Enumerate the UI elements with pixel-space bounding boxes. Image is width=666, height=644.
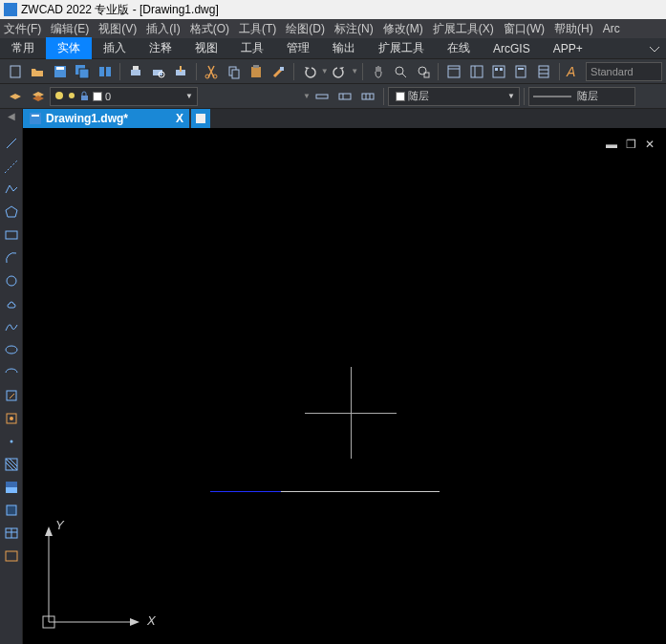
circle-tool-icon[interactable] [2, 271, 21, 290]
menu-modify[interactable]: 修改(M) [383, 21, 423, 37]
tab-view[interactable]: 视图 [183, 37, 229, 59]
print-icon[interactable] [126, 62, 144, 81]
print-preview-icon[interactable] [149, 62, 167, 81]
tab-output[interactable]: 输出 [321, 37, 367, 59]
selected-line-entity [210, 491, 285, 492]
crosshair-vertical [351, 367, 352, 459]
document-tab[interactable]: Drawing1.dwg* X [23, 109, 189, 128]
tab-extension[interactable]: 扩展工具 [367, 37, 436, 59]
line-sample-icon [533, 95, 571, 98]
textstyle-combo[interactable]: Standard [586, 62, 662, 81]
rectangle-tool-icon[interactable] [2, 225, 21, 245]
menu-window[interactable]: 窗口(W) [504, 21, 545, 37]
make-block-icon[interactable] [2, 409, 21, 428]
insert-block-icon[interactable] [2, 386, 21, 405]
saveall-icon[interactable] [73, 62, 91, 81]
arc-tool-icon[interactable] [2, 248, 21, 268]
menu-edit[interactable]: 编辑(E) [51, 21, 89, 37]
close-tab-icon[interactable]: X [176, 112, 183, 125]
collapse-ribbon-icon[interactable] [645, 39, 664, 58]
new-file-icon[interactable] [6, 62, 24, 81]
polygon-tool-icon[interactable] [2, 203, 21, 222]
xline-tool-icon[interactable] [2, 157, 21, 176]
tab-annotate[interactable]: 注释 [138, 37, 183, 59]
new-doc-tab-icon[interactable] [191, 109, 210, 128]
redo-icon[interactable] [331, 62, 349, 81]
tab-scroll-left[interactable]: ◀ [0, 109, 23, 128]
hatch-tool-icon[interactable] [2, 455, 21, 474]
menu-dimension[interactable]: 标注(N) [334, 21, 374, 37]
app-logo-icon [4, 3, 17, 16]
svg-rect-9 [153, 70, 162, 75]
tab-arcgis[interactable]: ArcGIS [482, 39, 542, 58]
tab-manage[interactable]: 管理 [275, 37, 321, 59]
menu-file[interactable]: 文件(F) [4, 21, 41, 37]
tool-palette-icon[interactable] [489, 62, 507, 81]
tab-entity[interactable]: 实体 [46, 37, 92, 59]
svg-rect-53 [7, 391, 16, 400]
ucs-y-label: Y [55, 518, 64, 532]
spline-tool-icon[interactable] [2, 317, 21, 336]
svg-point-36 [69, 93, 75, 98]
menu-insert[interactable]: 插入(I) [146, 21, 180, 37]
svg-rect-7 [131, 70, 140, 75]
match-prop-icon[interactable] [269, 62, 288, 81]
menu-tools[interactable]: 工具(T) [239, 21, 276, 37]
close-view-icon[interactable]: ✕ [643, 138, 656, 149]
layer-combo[interactable]: 0 ▼ [50, 87, 198, 106]
layer-props-icon[interactable] [6, 87, 25, 106]
layer-iso-icon[interactable] [312, 87, 332, 106]
layer-walk-icon[interactable] [358, 87, 377, 106]
zoom-window-icon[interactable] [414, 62, 432, 81]
tab-common[interactable]: 常用 [0, 37, 46, 59]
tab-tools[interactable]: 工具 [229, 37, 275, 59]
polyline-tool-icon[interactable] [2, 180, 21, 199]
menu-format[interactable]: 格式(O) [190, 21, 229, 37]
undo-icon[interactable] [300, 62, 318, 81]
restore-view-icon[interactable]: ❐ [624, 138, 637, 149]
ellipse-arc-tool-icon[interactable] [2, 363, 21, 382]
save-icon[interactable] [51, 62, 69, 81]
wipeout-tool-icon[interactable] [2, 547, 21, 566]
revcloud-tool-icon[interactable] [2, 294, 21, 313]
linetype-combo[interactable]: 随层 [528, 87, 635, 106]
textstyle-icon[interactable]: A [566, 62, 584, 81]
menu-extension[interactable]: 扩展工具(X) [433, 21, 494, 37]
drawing-canvas[interactable]: ▬ ❐ ✕ X Y [23, 128, 666, 644]
minimize-view-icon[interactable]: ▬ [605, 138, 618, 149]
calculator-icon[interactable] [512, 62, 530, 81]
menu-view[interactable]: 视图(V) [98, 21, 137, 37]
svg-rect-39 [339, 94, 351, 99]
color-combo[interactable]: 随层 ▼ [388, 87, 520, 106]
compare-icon[interactable] [96, 62, 114, 81]
open-file-icon[interactable] [28, 62, 46, 81]
cut-icon[interactable] [203, 62, 221, 81]
svg-rect-62 [6, 482, 17, 487]
menu-bar: 文件(F) 编辑(E) 视图(V) 插入(I) 格式(O) 工具(T) 绘图(D… [0, 19, 666, 38]
region-tool-icon[interactable] [2, 501, 21, 520]
tab-online[interactable]: 在线 [436, 37, 482, 59]
publish-icon[interactable] [171, 62, 189, 81]
ucs-x-label: X [147, 613, 156, 628]
menu-help[interactable]: 帮助(H) [554, 21, 593, 37]
table-tool-icon[interactable] [2, 524, 21, 543]
layer-states-icon[interactable] [29, 87, 48, 106]
properties-icon[interactable] [444, 62, 462, 81]
zoom-icon[interactable] [392, 62, 410, 81]
copy-icon[interactable] [225, 62, 243, 81]
layer-prev-icon[interactable] [335, 87, 354, 106]
line-tool-icon[interactable] [2, 134, 21, 153]
paste-icon[interactable] [247, 62, 265, 81]
svg-rect-45 [30, 113, 41, 124]
svg-point-52 [6, 346, 17, 354]
ellipse-tool-icon[interactable] [2, 340, 21, 359]
design-center-icon[interactable] [467, 62, 485, 81]
menu-arc[interactable]: Arc [603, 22, 620, 35]
tab-appplus[interactable]: APP+ [542, 39, 594, 58]
sheetset-icon[interactable] [534, 62, 552, 81]
point-tool-icon[interactable] [2, 432, 21, 451]
tab-insert[interactable]: 插入 [92, 37, 138, 59]
pan-icon[interactable] [369, 62, 387, 81]
gradient-tool-icon[interactable] [2, 478, 21, 497]
menu-draw[interactable]: 绘图(D) [286, 21, 325, 37]
